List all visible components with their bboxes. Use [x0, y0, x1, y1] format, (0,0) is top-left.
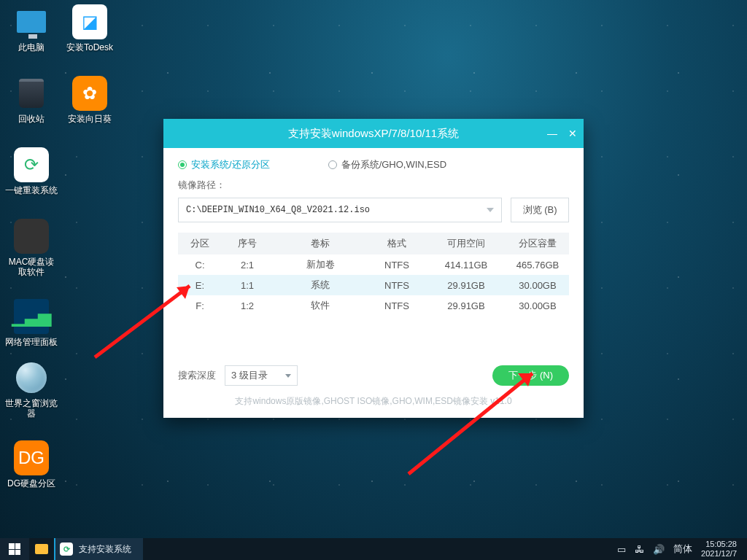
- recycle-bin-icon: [14, 76, 49, 111]
- desktop-icon-dg-partition[interactable]: DG DG硬盘分区: [4, 440, 58, 489]
- taskbar-clock[interactable]: 15:05:28 2021/12/7: [701, 540, 740, 559]
- clock-date: 2021/12/7: [701, 549, 737, 559]
- depth-label: 搜索深度: [178, 369, 216, 382]
- close-button[interactable]: ✕: [566, 127, 579, 140]
- desktop-icon-label: 此电脑: [4, 42, 58, 52]
- dg-icon: DG: [14, 440, 49, 475]
- desktop-icon-this-pc[interactable]: 此电脑: [4, 4, 58, 52]
- partition-table: 分区 序号 卷标 格式 可用空间 分区容量 C:2:1新加卷NTFS414.11…: [178, 233, 569, 316]
- window-title: 支持安装windowsXP/7/8/10/11系统: [288, 127, 459, 141]
- mode-install-radio[interactable]: 安装系统/还原分区: [178, 158, 270, 171]
- mode-backup-label: 备份系统/GHO,WIN,ESD: [341, 158, 446, 171]
- ime-indicator[interactable]: 简体: [673, 542, 692, 556]
- pc-icon: [14, 4, 49, 39]
- radio-dot-icon: [328, 160, 337, 169]
- system-tray: ▭ 🖧 🔊 简体 15:05:28 2021/12/7: [617, 538, 747, 560]
- window-titlebar[interactable]: 支持安装windowsXP/7/8/10/11系统 — ✕: [163, 119, 584, 148]
- desktop-icon-label: DG硬盘分区: [4, 478, 58, 489]
- desktop-icon-label: 一键重装系统: [4, 185, 58, 195]
- col-fs: 格式: [368, 233, 426, 254]
- desktop-icon-reinstall[interactable]: ⟳ 一键重装系统: [4, 147, 58, 195]
- installer-window: 支持安装windowsXP/7/8/10/11系统 — ✕ 安装系统/还原分区 …: [163, 119, 584, 418]
- radio-dot-icon: [178, 160, 187, 169]
- col-capacity: 分区容量: [506, 233, 569, 254]
- mode-backup-radio[interactable]: 备份系统/GHO,WIN,ESD: [328, 158, 446, 171]
- windows-logo-icon: [9, 543, 20, 555]
- window-body: 安装系统/还原分区 备份系统/GHO,WIN,ESD 镜像路径： 浏览 (B) …: [163, 148, 584, 323]
- desktop-icon-world-browser[interactable]: 世界之窗浏览器: [4, 360, 58, 419]
- desktop-icon-network-panel[interactable]: ▁▃▅ 网络管理面板: [4, 299, 58, 347]
- col-free: 可用空间: [426, 233, 506, 254]
- volume-tray-icon[interactable]: 🔊: [653, 544, 665, 555]
- desktop-icon-label: MAC硬盘读取软件: [4, 257, 58, 277]
- desktop-icon-label: 安装ToDesk: [63, 42, 117, 52]
- table-row[interactable]: E:1:1系统NTFS29.91GB30.00GB: [178, 275, 569, 295]
- chevron-down-icon: [487, 208, 494, 212]
- desktop-icon-label: 网络管理面板: [4, 337, 58, 347]
- reinstall-icon: ⟳: [14, 147, 49, 182]
- next-button[interactable]: 下一步 (N): [492, 365, 569, 386]
- apple-icon: [14, 219, 49, 254]
- desktop-icon-label: 回收站: [4, 114, 58, 124]
- browser-icon: [14, 360, 49, 395]
- action-center-icon[interactable]: ▭: [617, 544, 626, 555]
- sunflower-icon: ✿: [72, 76, 107, 111]
- table-row[interactable]: C:2:1新加卷NTFS414.11GB465.76GB: [178, 254, 569, 275]
- folder-icon: [35, 544, 48, 554]
- minimize-button[interactable]: —: [546, 127, 559, 140]
- col-index: 序号: [222, 233, 273, 254]
- taskbar-app-installer[interactable]: ⟳ 支持安装系统: [54, 538, 143, 560]
- todesk-icon: ◪: [72, 4, 107, 39]
- image-path-label: 镜像路径：: [178, 179, 569, 192]
- image-path-input[interactable]: [186, 205, 487, 215]
- desktop-icon-label: 安装向日葵: [63, 114, 117, 124]
- desktop-icon-recycle-bin[interactable]: 回收站: [4, 76, 58, 124]
- start-button[interactable]: [0, 538, 29, 560]
- file-explorer-button[interactable]: [29, 538, 54, 560]
- reinstall-icon: ⟳: [60, 542, 73, 556]
- browse-button[interactable]: 浏览 (B): [511, 198, 569, 222]
- table-row[interactable]: F:1:2软件NTFS29.91GB30.00GB: [178, 295, 569, 316]
- col-label: 卷标: [273, 233, 368, 254]
- desktop-icon-mac-disk[interactable]: MAC硬盘读取软件: [4, 219, 58, 277]
- taskbar-app-label: 支持安装系统: [79, 543, 131, 556]
- footer-note: 支持windows原版镜像,GHOST ISO镜像,GHO,WIM,ESD镜像安…: [163, 395, 584, 408]
- depth-value: 3 级目录: [231, 369, 268, 382]
- network-icon: ▁▃▅: [14, 299, 49, 334]
- depth-select[interactable]: 3 级目录: [225, 365, 298, 386]
- chevron-down-icon: [285, 374, 291, 378]
- desktop-icon-label: 世界之窗浏览器: [4, 398, 58, 419]
- mode-install-label: 安装系统/还原分区: [191, 158, 270, 171]
- desktop-icon-todesk[interactable]: ◪ 安装ToDesk: [63, 4, 117, 52]
- taskbar: ⟳ 支持安装系统 ▭ 🖧 🔊 简体 15:05:28 2021/12/7: [0, 538, 747, 560]
- network-tray-icon[interactable]: 🖧: [635, 544, 644, 555]
- clock-time: 15:05:28: [701, 540, 737, 549]
- image-path-dropdown[interactable]: [178, 198, 502, 222]
- desktop-icon-sunflower[interactable]: ✿ 安装向日葵: [63, 76, 117, 124]
- col-partition: 分区: [178, 233, 222, 254]
